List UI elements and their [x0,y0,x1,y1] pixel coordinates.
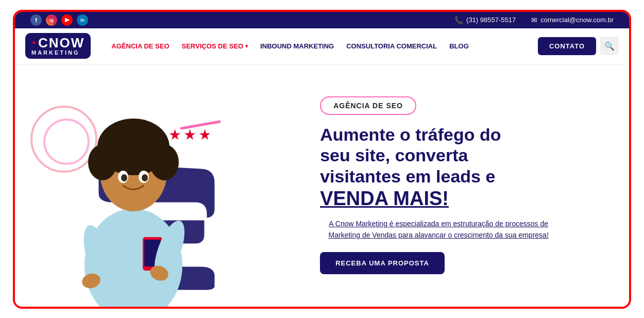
social-links: f ig ▶ in [30,14,88,26]
headline-line3: visitantes em leads e [320,166,608,187]
svg-point-4 [150,144,179,180]
agencia-badge: AGÊNCIA DE SEO [320,96,416,115]
nav-agencia-seo[interactable]: AGÊNCIA DE SEO [106,42,174,50]
instagram-icon[interactable]: ig [46,14,57,26]
nav-consultoria[interactable]: CONSULTORIA COMERCIAL [341,42,442,50]
logo-box: ★ CNOW MARKETING [25,33,91,59]
hero-section: ★ ★ ★ ★ ★ [15,64,629,307]
logo[interactable]: ★ CNOW MARKETING [25,33,91,59]
svg-point-6 [139,129,159,149]
nav-consultoria-label: CONSULTORIA COMERCIAL [346,42,437,50]
phone-number: (31) 98557-5517 [466,16,516,24]
receba-proposta-button[interactable]: RECEBA UMA PROPOSTA [320,252,445,274]
nav-inbound-label: INBOUND MARKETING [260,42,334,50]
page-container: f ig ▶ in 📞 (31) 98557-5517 ✉ comercial@… [13,10,631,309]
phone-info: 📞 (31) 98557-5517 [454,16,516,24]
search-button[interactable]: 🔍 [600,37,619,55]
svg-point-10 [142,174,148,181]
logo-star: ★ [31,40,37,45]
linkedin-icon[interactable]: in [77,14,88,26]
nav-inbound-marketing[interactable]: INBOUND MARKETING [255,42,339,50]
nav-blog[interactable]: BLOG [444,42,474,50]
logo-cnow: ★ CNOW [31,36,84,49]
phone-icon: 📞 [454,16,463,24]
email-info: ✉ comercial@cnow.com.br [531,16,614,24]
headline-line1: Aumente o tráfego do [320,124,608,145]
person-image [56,90,211,307]
nav-blog-label: BLOG [449,42,469,50]
youtube-icon[interactable]: ▶ [61,14,73,26]
svg-point-9 [121,174,127,181]
email-address: comercial@cnow.com.br [540,16,614,24]
facebook-icon[interactable]: f [30,14,42,26]
navbar: ★ CNOW MARKETING AGÊNCIA DE SEO SERVIÇOS… [15,28,629,64]
hero-left: ★ ★ ★ ★ ★ [15,64,310,307]
nav-servicos-seo[interactable]: SERVIÇOS DE SEO ▾ [177,42,253,50]
nav-servicos-seo-label: SERVIÇOS DE SEO [182,42,244,50]
servicos-dropdown-icon: ▾ [245,43,248,49]
logo-text-cnow: CNOW [38,36,84,49]
nav-links: AGÊNCIA DE SEO SERVIÇOS DE SEO ▾ INBOUND… [106,42,533,50]
svg-point-3 [88,144,117,180]
hero-subtext: A Cnow Marketing é especializada em estr… [320,218,557,241]
hero-headline: Aumente o tráfego do seu site, converta … [320,124,608,211]
hero-right: AGÊNCIA DE SEO Aumente o tráfego do seu … [310,64,629,307]
svg-point-5 [108,129,128,149]
nav-agencia-seo-label: AGÊNCIA DE SEO [111,42,169,50]
logo-text-marketing: MARKETING [31,49,80,56]
top-bar: f ig ▶ in 📞 (31) 98557-5517 ✉ comercial@… [15,12,629,28]
contato-button[interactable]: CONTATO [538,37,596,55]
headline-venda: VENDA MAIS! [320,187,608,211]
headline-line2: seu site, converta [320,145,608,166]
email-icon: ✉ [531,16,537,24]
